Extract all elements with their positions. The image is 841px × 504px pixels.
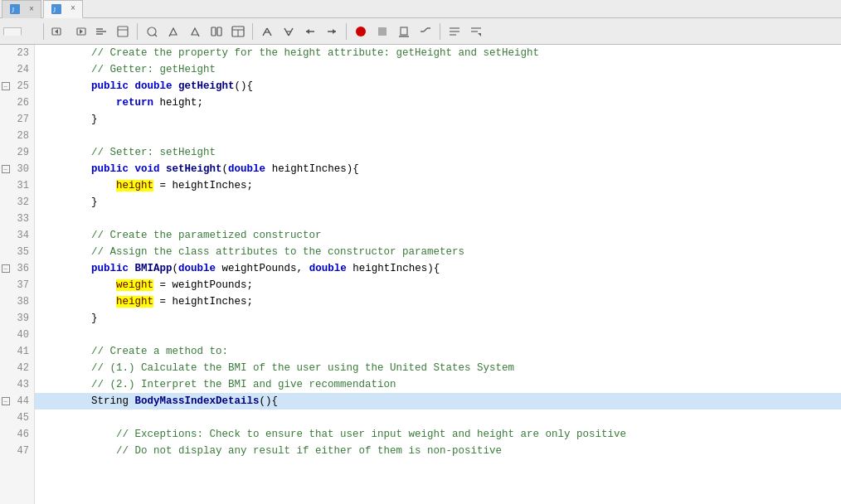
svg-line-16 (169, 35, 170, 36)
svg-line-14 (154, 34, 157, 36)
line-number-37: 37 (0, 277, 34, 293)
toolbar-btn-1[interactable] (48, 22, 68, 41)
line-number-32: 32 (0, 194, 34, 211)
tab-bmiapplication[interactable]: J × (2, 0, 41, 18)
code-line-31: height = heightInches; (35, 177, 841, 194)
code-line-45 (35, 410, 841, 426)
fold-icon-36[interactable]: − (2, 264, 10, 273)
line-number-34: 34 (0, 227, 34, 244)
toolbar-btn-12[interactable] (300, 22, 320, 41)
code-line-29: // Setter: setHeight (35, 144, 841, 161)
toolbar-btn-3[interactable] (91, 22, 111, 41)
code-line-46: // Exceptions: Check to ensure that user… (35, 426, 841, 443)
svg-rect-11 (118, 27, 128, 36)
svg-marker-33 (333, 29, 336, 34)
code-line-43: // (2.) Interpret the BMI and give recom… (35, 376, 841, 393)
separator-5 (440, 23, 440, 40)
toolbar-btn-run[interactable] (351, 22, 371, 41)
toolbar-btn-15[interactable] (416, 22, 435, 41)
fold-icon-25[interactable]: − (2, 82, 10, 90)
line-numbers: 2324−2526272829−303132333435−36373839404… (0, 45, 35, 504)
separator-4 (346, 23, 347, 40)
svg-rect-35 (378, 27, 386, 36)
toolbar-btn-2[interactable] (70, 22, 90, 41)
svg-marker-7 (80, 29, 83, 34)
fold-icon-44[interactable]: − (2, 397, 10, 405)
toolbar-btn-stop[interactable] (372, 22, 392, 41)
toolbar-btn-10[interactable] (257, 22, 277, 41)
line-number-38: 38 (0, 293, 34, 310)
code-line-36: public BMIApp(double weightPounds, doubl… (35, 260, 841, 277)
toolbar-btn-5[interactable] (142, 22, 162, 41)
toolbar-btn-16[interactable] (445, 22, 464, 41)
code-line-23: // Create the property for the height at… (35, 45, 841, 61)
svg-line-39 (424, 28, 427, 32)
toolbar (0, 18, 841, 45)
line-number-24: 24 (0, 61, 34, 78)
svg-line-18 (198, 35, 199, 36)
code-content[interactable]: // Create the property for the height at… (35, 45, 841, 504)
code-line-37: weight = weightPounds; (35, 277, 841, 293)
line-number-40: 40 (0, 327, 34, 343)
tab-bmiapp-close[interactable]: × (70, 4, 75, 13)
java-icon-2: J (51, 3, 62, 15)
code-line-38: height = heightInches; (35, 293, 841, 310)
line-number-28: 28 (0, 128, 34, 144)
code-line-25: public double getHeight(){ (35, 78, 841, 94)
line-number-26: 26 (0, 94, 34, 111)
svg-marker-15 (170, 28, 177, 35)
svg-marker-17 (192, 28, 198, 35)
code-line-32: } (35, 194, 841, 211)
separator-3 (252, 23, 253, 40)
toolbar-btn-7[interactable] (185, 22, 205, 41)
toolbar-btn-9[interactable] (228, 22, 248, 41)
tab-bar: J × J × (0, 0, 841, 18)
toolbar-btn-6[interactable] (163, 22, 183, 41)
tab-bmiapplication-close[interactable]: × (29, 5, 34, 14)
code-line-26: return height; (35, 94, 841, 111)
line-number-46: 46 (0, 426, 34, 443)
line-number-23: 23 (0, 45, 34, 61)
line-number-29: 29 (0, 144, 34, 161)
code-line-24: // Getter: getHeight (35, 61, 841, 78)
code-line-42: // (1.) Calculate the BMI of the user us… (35, 360, 841, 376)
line-number-31: 31 (0, 177, 34, 194)
tab-bmiapp[interactable]: J × (43, 0, 83, 18)
code-line-41: // Create a method to: (35, 343, 841, 360)
code-line-35: // Assign the class attributes to the co… (35, 244, 841, 260)
history-tab[interactable] (22, 27, 40, 36)
line-number-42: 42 (0, 360, 34, 376)
code-line-28 (35, 128, 841, 144)
java-icon: J (9, 3, 21, 15)
toolbar-btn-8[interactable] (207, 22, 226, 41)
code-line-27: } (35, 111, 841, 128)
fold-icon-30[interactable]: − (2, 165, 10, 173)
line-number-33: 33 (0, 211, 34, 227)
toolbar-btn-17[interactable] (466, 22, 486, 41)
toolbar-btn-4[interactable] (113, 22, 133, 41)
separator-2 (137, 23, 138, 40)
line-number-43: 43 (0, 376, 34, 393)
toolbar-btn-13[interactable] (322, 22, 342, 41)
code-line-30: public void setHeight(double heightInche… (35, 161, 841, 177)
line-number-45: 45 (0, 410, 34, 426)
line-number-30: −30 (0, 161, 34, 177)
svg-marker-46 (478, 33, 481, 36)
line-number-44: −44 (0, 393, 34, 410)
svg-rect-20 (217, 27, 221, 36)
line-number-25: −25 (0, 78, 34, 94)
svg-rect-19 (211, 27, 216, 36)
svg-marker-31 (306, 29, 309, 34)
code-line-44: String BodyMassIndexDetails(){ (35, 393, 841, 410)
line-number-35: 35 (0, 244, 34, 260)
toolbar-btn-11[interactable] (279, 22, 299, 41)
svg-text:J: J (53, 7, 56, 14)
svg-text:J: J (12, 7, 14, 14)
code-line-40 (35, 327, 841, 343)
toolbar-btn-14[interactable] (394, 22, 414, 41)
code-line-39: } (35, 310, 841, 327)
source-tab[interactable] (3, 27, 22, 36)
code-line-33 (35, 211, 841, 227)
svg-point-34 (356, 27, 366, 36)
line-number-41: 41 (0, 343, 34, 360)
